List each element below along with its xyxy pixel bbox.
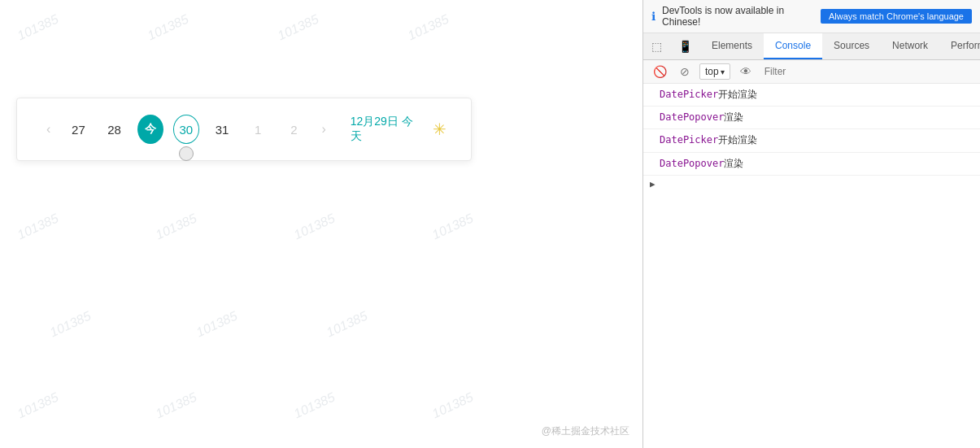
browser-content: 101385 101385 101385 101385 101385 10138… <box>0 0 642 448</box>
console-output: DatePicker开始渲染 DatePopover渲染 DatePicker开… <box>643 84 980 448</box>
console-line-4: DatePopover渲染 <box>643 153 980 176</box>
eye-icon[interactable]: 👁 <box>737 63 755 80</box>
day-27[interactable]: 27 <box>65 115 91 144</box>
context-selector[interactable]: top ▾ <box>699 63 730 80</box>
filter-icon[interactable]: ⊘ <box>677 63 693 80</box>
day-31[interactable]: 31 <box>209 115 235 144</box>
tab-console[interactable]: Console <box>764 33 822 59</box>
tab-sources[interactable]: Sources <box>822 33 881 59</box>
info-icon: ℹ <box>651 10 656 23</box>
watermark: 101385 <box>324 309 370 341</box>
notification-text: DevTools is now available in Chinese! <box>662 5 814 28</box>
brand-label: @稀土掘金技术社区 <box>542 424 629 438</box>
clear-console-icon[interactable]: 🚫 <box>650 63 670 80</box>
calendar-nav: ‹ 27 28 今 30 31 1 2 › 12月29日 今天 <box>41 115 446 144</box>
tab-network[interactable]: Network <box>881 33 939 59</box>
console-expand-arrow[interactable]: ▶ <box>643 176 980 193</box>
context-label: top <box>705 66 719 77</box>
day-2[interactable]: 2 <box>281 115 307 144</box>
watermark: 101385 <box>15 390 61 422</box>
watermark: 101385 <box>48 309 94 341</box>
watermark: 101385 <box>154 211 199 243</box>
watermark: 101385 <box>15 12 61 44</box>
day-1[interactable]: 1 <box>245 115 271 144</box>
date-label: 12月29日 今天 <box>351 115 416 144</box>
today-button[interactable]: 今 <box>137 115 163 144</box>
console-line-2: DatePopover渲染 <box>643 107 980 129</box>
calendar-widget: ‹ 27 28 今 30 31 1 2 › 12月29日 今天 <box>16 98 472 161</box>
devtools-tab-bar: ⬚ 📱 Elements Console Sources Network Per… <box>643 33 980 60</box>
prev-arrow[interactable]: ‹ <box>41 119 55 140</box>
watermark: 101385 <box>430 211 476 243</box>
watermark: 101385 <box>406 12 451 44</box>
devtools-notification: ℹ DevTools is now available in Chinese! … <box>643 0 980 33</box>
console-toolbar: 🚫 ⊘ top ▾ 👁 <box>643 60 980 84</box>
always-match-button[interactable]: Always match Chrome's language <box>821 9 972 24</box>
watermark: 101385 <box>292 211 338 243</box>
watermark: 101385 <box>15 211 61 243</box>
context-dropdown-icon: ▾ <box>721 67 725 76</box>
watermark: 101385 <box>146 12 191 44</box>
console-line-3: DatePicker开始渲染 <box>643 129 980 152</box>
console-line-1: DatePicker开始渲染 <box>643 84 980 107</box>
watermark: 101385 <box>292 390 338 422</box>
inspect-icon[interactable]: ⬚ <box>643 33 670 59</box>
day-28[interactable]: 28 <box>101 115 127 144</box>
device-icon[interactable]: 📱 <box>670 33 700 59</box>
devtools-panel: ℹ DevTools is now available in Chinese! … <box>642 0 980 448</box>
tab-performance[interactable]: Performance <box>939 33 980 59</box>
watermark: 101385 <box>194 309 240 341</box>
sun-icon: ✳ <box>433 120 446 139</box>
day-30[interactable]: 30 <box>173 115 199 144</box>
watermark: 101385 <box>154 390 199 422</box>
tab-elements[interactable]: Elements <box>700 33 764 59</box>
filter-input[interactable] <box>761 64 973 79</box>
watermark: 101385 <box>430 390 476 422</box>
next-arrow[interactable]: › <box>316 119 330 140</box>
watermark: 101385 <box>276 12 321 44</box>
